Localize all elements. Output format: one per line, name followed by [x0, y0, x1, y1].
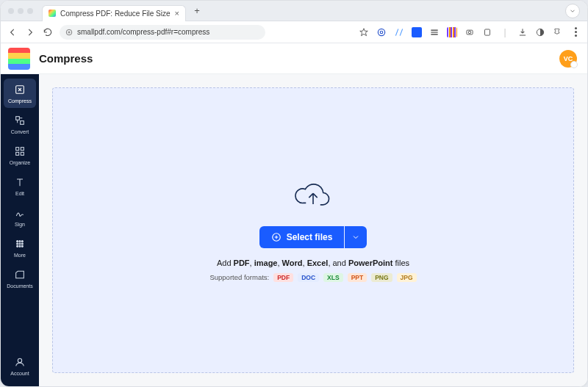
reload-button[interactable]: [42, 26, 54, 38]
sidebar: Compress Convert Organize Edit Sign: [1, 74, 39, 386]
extension-icon-5[interactable]: [446, 26, 458, 38]
back-button[interactable]: [7, 26, 18, 38]
svg-rect-13: [21, 152, 24, 155]
organize-icon: [13, 145, 26, 158]
sidebar-item-account[interactable]: Account: [4, 351, 36, 380]
svg-point-14: [17, 241, 18, 242]
traffic-min-icon[interactable]: [18, 8, 24, 14]
extension-icon-4[interactable]: [429, 26, 440, 38]
sidebar-item-label: Documents: [7, 283, 32, 289]
sidebar-item-more[interactable]: More: [4, 233, 36, 262]
sidebar-item-label: Organize: [10, 160, 30, 165]
extension-icon-7[interactable]: [481, 26, 493, 38]
sidebar-item-organize[interactable]: Organize: [4, 140, 36, 170]
sidebar-item-label: Edit: [15, 191, 24, 196]
tab-title: Compress PDF: Reduce File Size: [60, 10, 171, 18]
select-files-label: Select files: [287, 232, 333, 242]
select-files-group: Select files: [259, 226, 368, 248]
plus-circle-icon: [271, 232, 282, 242]
expand-window-button[interactable]: [565, 4, 580, 18]
download-icon[interactable]: [517, 26, 528, 38]
extensions-puzzle-icon[interactable]: [552, 26, 564, 38]
chevron-down-icon: [351, 233, 360, 242]
extension-icon-1[interactable]: [376, 26, 387, 38]
close-tab-icon[interactable]: ×: [175, 9, 179, 18]
caption-bold: image: [254, 258, 278, 267]
documents-icon: [13, 268, 26, 281]
site-info-icon[interactable]: [65, 29, 73, 36]
toolbar-right: |: [358, 26, 581, 38]
avatar[interactable]: VC: [559, 50, 577, 68]
app-viewport: Compress VC Compress Convert Organize: [1, 43, 587, 386]
svg-point-18: [19, 243, 21, 245]
svg-point-19: [21, 243, 23, 245]
svg-point-22: [21, 245, 23, 247]
format-badge-png: PNG: [371, 273, 392, 282]
app-logo-icon[interactable]: [8, 48, 30, 70]
sidebar-item-compress[interactable]: Compress: [4, 79, 36, 108]
sidebar-item-sign[interactable]: Sign: [4, 202, 36, 231]
window-controls[interactable]: [8, 8, 33, 14]
svg-point-21: [19, 245, 21, 247]
url-text: smallpdf.com/compress-pdf#r=compress: [77, 28, 209, 36]
page-title: Compress: [39, 52, 93, 65]
cloud-upload-icon: [294, 179, 332, 213]
convert-icon: [13, 114, 26, 127]
extension-icon-6[interactable]: [464, 26, 476, 38]
new-tab-button[interactable]: +: [190, 4, 204, 18]
upload-caption: Add PDF, image, Word, Excel, and PowerPo…: [217, 258, 409, 267]
svg-rect-10: [16, 148, 19, 151]
file-dropzone[interactable]: Select files Add PDF, image, Word, Excel…: [52, 87, 574, 373]
omnibox[interactable]: smallpdf.com/compress-pdf#r=compress: [60, 25, 265, 40]
format-badge-jpg: JPG: [397, 273, 417, 282]
bookmark-star-icon[interactable]: [358, 26, 370, 38]
menu-button[interactable]: [570, 26, 581, 38]
sidebar-item-documents[interactable]: Documents: [4, 264, 36, 293]
format-badge-xls: XLS: [323, 273, 343, 282]
svg-rect-9: [21, 121, 24, 125]
supported-label: Supported formats:: [209, 273, 269, 281]
app-body: Compress Convert Organize Edit Sign: [1, 74, 587, 386]
favicon-icon: [49, 10, 56, 17]
extension-icon-8[interactable]: [534, 26, 546, 38]
browser-tab[interactable]: Compress PDF: Reduce File Size ×: [42, 5, 186, 21]
address-bar: smallpdf.com/compress-pdf#r=compress: [1, 21, 587, 43]
caption-text: files: [392, 258, 409, 267]
caption-text: , and: [328, 258, 348, 267]
sidebar-item-label: Sign: [15, 222, 25, 227]
compress-icon: [13, 83, 26, 96]
sign-icon: [13, 206, 26, 220]
traffic-max-icon[interactable]: [27, 8, 33, 14]
divider-icon: |: [499, 26, 511, 38]
sidebar-item-label: Account: [10, 371, 29, 376]
caption-text: Add: [217, 258, 234, 267]
svg-point-2: [380, 31, 383, 34]
extension-icon-3[interactable]: [411, 26, 423, 38]
tab-strip: Compress PDF: Reduce File Size × +: [1, 1, 587, 21]
svg-point-15: [19, 241, 21, 242]
select-files-dropdown[interactable]: [345, 226, 367, 248]
svg-rect-12: [16, 152, 19, 155]
caption-bold: PDF: [234, 258, 250, 267]
caption-bold: Excel: [307, 258, 329, 267]
sidebar-item-label: More: [14, 253, 26, 258]
traffic-close-icon[interactable]: [8, 8, 14, 14]
select-files-button[interactable]: Select files: [259, 226, 345, 248]
svg-point-1: [378, 29, 384, 35]
app-header: Compress VC: [1, 43, 587, 74]
dropzone-content: Select files Add PDF, image, Word, Excel…: [209, 179, 416, 282]
supported-formats: Supported formats: PDF DOC XLS PPT PNG J…: [209, 273, 416, 282]
caption-bold: Word: [282, 258, 303, 267]
svg-point-17: [17, 243, 18, 245]
sidebar-item-edit[interactable]: Edit: [4, 171, 36, 200]
svg-point-23: [18, 358, 21, 362]
caption-bold: PowerPoint: [348, 258, 393, 267]
sidebar-item-label: Compress: [8, 98, 32, 104]
forward-button[interactable]: [24, 26, 36, 38]
edit-icon: [13, 176, 26, 189]
svg-rect-5: [485, 29, 490, 35]
sidebar-item-convert[interactable]: Convert: [4, 109, 36, 139]
browser-window: Compress PDF: Reduce File Size × + small…: [0, 0, 588, 387]
account-icon: [13, 355, 26, 369]
extension-icon-2[interactable]: [393, 26, 405, 38]
